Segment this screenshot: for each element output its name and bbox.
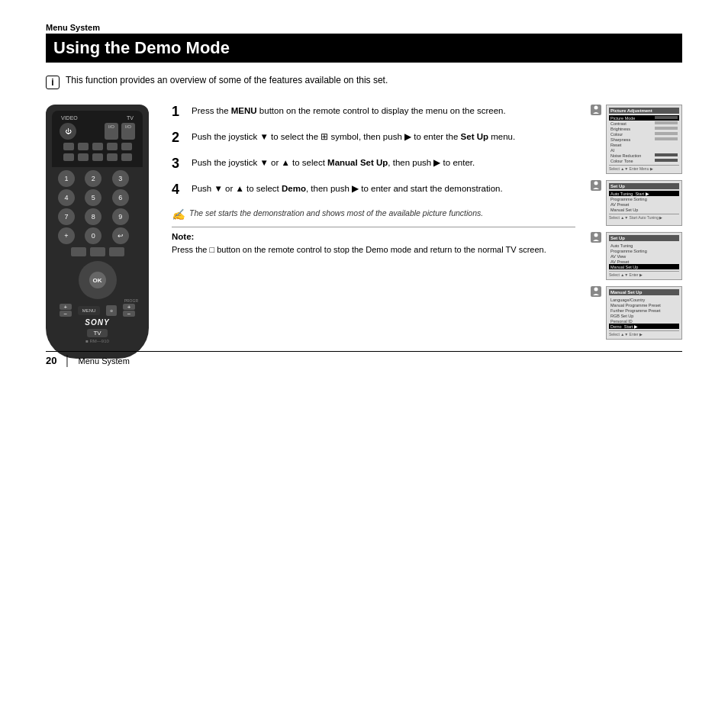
step-3-num: 3 — [172, 156, 184, 170]
screen-3-footer: Select ▲▼ Enter ▶ — [609, 271, 679, 277]
screen-4-box: Manual Set Up Language/Country Manual Pr… — [591, 286, 682, 340]
info-box: i This function provides an overview of … — [46, 75, 682, 89]
manual-setup-screen: Manual Set Up Language/Country Manual Pr… — [606, 286, 682, 340]
select-button[interactable]: ⊕ — [106, 305, 117, 316]
screen-1-box: Picture Adjustment Picture Mode Contrast… — [591, 105, 682, 174]
step-1: 1 Press the MENU button on the remote co… — [172, 105, 575, 118]
menu-button[interactable]: MENU — [78, 306, 101, 315]
io-tv-button[interactable]: I/O — [121, 123, 135, 140]
prog-sorting-2: Programme Sorting — [609, 248, 679, 253]
brightness-item: Brightness — [609, 126, 679, 131]
number-pad: 1 2 3 4 5 6 7 8 9 + 0 ↩ — [58, 170, 137, 244]
num-2[interactable]: 2 — [85, 170, 101, 187]
page-footer: 20 │ Menu System — [46, 351, 682, 366]
svg-point-1 — [594, 182, 598, 185]
remote-btn-2[interactable] — [78, 143, 89, 150]
svg-point-0 — [594, 106, 598, 110]
main-content: VIDEO TV ⏻ I/O I/O — [46, 105, 682, 359]
remote-btn-3[interactable] — [92, 143, 103, 150]
rm-label: ■ RM—910 — [52, 339, 143, 343]
step-3: 3 Push the joystick ▼ or ▲ to select Man… — [172, 156, 575, 170]
reset-item: Reset — [609, 142, 679, 147]
personal-id: Personal ID — [609, 318, 679, 324]
ch-up[interactable]: + — [123, 304, 135, 310]
ch-down[interactable]: − — [123, 311, 135, 317]
screen-2-icon — [591, 180, 603, 191]
num-8[interactable]: 8 — [85, 208, 101, 225]
screenshots-column: Picture Adjustment Picture Mode Contrast… — [591, 105, 682, 359]
menu-button-area: MENU — [78, 306, 101, 315]
num-6[interactable]: 6 — [112, 189, 129, 206]
num-5[interactable]: 5 — [85, 189, 101, 206]
remote-btn-7[interactable] — [78, 153, 89, 161]
ai-item: AI — [609, 147, 679, 153]
remote-btn-10[interactable] — [121, 153, 132, 161]
info-icon: i — [46, 76, 60, 89]
remote-btn-1[interactable] — [63, 143, 74, 150]
setup-screen-1: Set Up Auto Tuning Start ▶ Programme Sor… — [606, 180, 682, 226]
video-label: VIDEO — [61, 115, 78, 121]
person-icon-4 — [591, 286, 601, 297]
step-2-text: Push the joystick ▼ to select the ⊞ symb… — [192, 130, 575, 143]
num-9[interactable]: 9 — [112, 208, 129, 225]
colour-tone-item: Colour Tone — [609, 158, 679, 163]
demo-item: Demo Start ▶ — [609, 324, 679, 329]
extra-btn-3[interactable] — [109, 247, 124, 256]
vol-down[interactable]: − — [60, 311, 72, 317]
sharpness-item: Sharpness — [609, 137, 679, 142]
remote-btn-8[interactable] — [92, 153, 103, 161]
remote-btn-5[interactable] — [121, 143, 132, 150]
info-text: This function provides an overview of so… — [66, 75, 388, 85]
screen-1-footer: Select ▲▼ Enter Menu ▶ — [609, 165, 679, 171]
manual-setup-item: Manual Set Up — [609, 207, 679, 212]
person-icon-2 — [591, 180, 601, 191]
num-3[interactable]: 3 — [112, 170, 129, 187]
remote-btn-9[interactable] — [107, 153, 118, 161]
joystick-area: OK — [52, 261, 143, 299]
screen-2-footer: Select ▲▼ Start Auto Tuning ▶ — [609, 214, 679, 220]
num-7[interactable]: 7 — [58, 208, 75, 225]
hand-icon: ✍ — [172, 208, 185, 221]
remote-btn-6[interactable] — [63, 153, 74, 161]
person-icon-3 — [591, 232, 601, 243]
sony-brand: SONY TV ■ RM—910 — [52, 318, 143, 343]
num-prev[interactable]: ↩ — [112, 227, 129, 244]
remote-top: VIDEO TV ⏻ I/O I/O — [52, 111, 143, 167]
screen-2-title: Set Up — [609, 183, 679, 189]
extra-btn-1[interactable] — [71, 247, 86, 256]
vol-up[interactable]: + — [60, 304, 72, 310]
lang-country: Language/Country — [609, 297, 679, 302]
extra-btn-2[interactable] — [90, 247, 105, 256]
power-button[interactable]: ⏻ — [60, 123, 76, 140]
svg-point-2 — [594, 234, 598, 237]
italic-note-text: The set starts the demonstration and sho… — [189, 208, 483, 217]
section-label: Menu System — [46, 23, 682, 32]
colour-item: Colour — [609, 131, 679, 137]
remote-top-buttons: ⏻ I/O I/O — [56, 123, 138, 140]
steps-content: 1 Press the MENU button on the remote co… — [172, 105, 575, 359]
step-3-text: Push the joystick ▼ or ▲ to select Manua… — [192, 156, 575, 169]
channel-buttons: + − — [123, 304, 135, 317]
step-2: 2 Push the joystick ▼ to select the ⊞ sy… — [172, 130, 575, 144]
person-icon-1 — [591, 105, 601, 115]
ok-button[interactable]: OK — [89, 272, 106, 288]
svg-point-3 — [594, 288, 598, 292]
step-4: 4 Push ▼ or ▲ to select Demo, then push … — [172, 182, 575, 196]
manual-setup-2: Manual Set Up — [609, 264, 679, 269]
footer-section: Menu System — [79, 356, 130, 366]
small-buttons-row1 — [56, 143, 138, 150]
page-title: Using the Demo Mode — [46, 34, 682, 63]
step-1-text: Press the MENU button on the remote cont… — [192, 105, 575, 118]
remote-container: VIDEO TV ⏻ I/O I/O — [46, 105, 156, 359]
further-prog-preset: Further Programme Preset — [609, 308, 679, 313]
num-1[interactable]: 1 — [58, 170, 75, 187]
io-video-button[interactable]: I/O — [105, 123, 118, 140]
num-plus[interactable]: + — [58, 227, 75, 244]
tv-label: TV — [127, 115, 134, 121]
num-4[interactable]: 4 — [58, 189, 75, 206]
remote-btn-4[interactable] — [107, 143, 118, 150]
sony-text: SONY — [52, 318, 143, 327]
num-0[interactable]: 0 — [85, 227, 101, 244]
screen-4-footer: Select ▲▼ Enter ▶ — [609, 330, 679, 337]
joystick[interactable]: OK — [79, 261, 117, 299]
